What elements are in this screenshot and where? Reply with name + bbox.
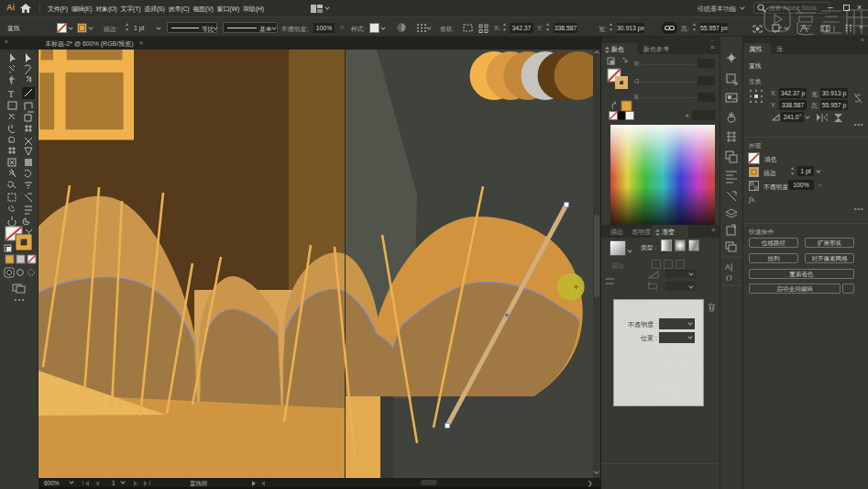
svg-text:O: O bbox=[726, 273, 732, 283]
svg-text:T: T bbox=[8, 89, 14, 99]
svg-text:A|: A| bbox=[725, 262, 732, 272]
